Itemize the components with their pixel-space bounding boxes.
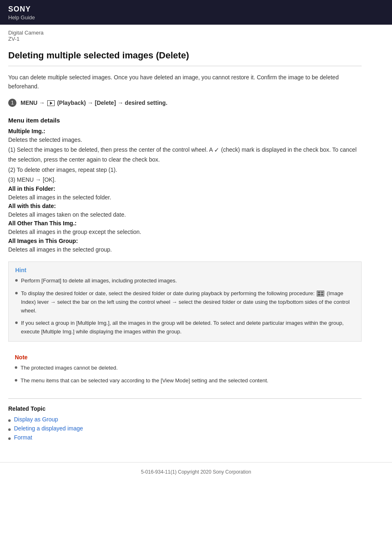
hint-box: Hint Perform [Format] to delete all imag… <box>8 261 362 342</box>
device-model: ZV-1 <box>8 36 19 42</box>
related-item-0[interactable]: Display as Group <box>8 416 362 423</box>
footer-text: 5-016-934-11(1) Copyright 2020 Sony Corp… <box>141 469 251 475</box>
step-menu-text: MENU → <box>21 99 46 106</box>
menu-item-all-group: All Images in This Group: Deletes all im… <box>8 238 362 254</box>
checkmark-icon: ✓ <box>214 145 219 155</box>
bullet-dot <box>8 428 11 431</box>
menu-item-desc-2-0: Deletes all images taken on the selected… <box>8 210 362 219</box>
hint-item-2: If you select a group in [Multiple Img.]… <box>15 319 355 336</box>
note-box: Note The protected images cannot be dele… <box>8 349 362 390</box>
hint-text-0: Perform [Format] to delete all images, i… <box>21 277 177 285</box>
related-item-1[interactable]: Deleting a displayed image <box>8 425 362 432</box>
menu-item-all-folder: All in this Folder: Deletes all images i… <box>8 185 362 202</box>
related-link-0[interactable]: Display as Group <box>14 416 58 423</box>
note-list: The protected images cannot be deleted. … <box>15 364 355 385</box>
bullet-dot <box>15 321 18 324</box>
hint-item-1: To display the desired folder or date, s… <box>15 289 355 315</box>
header: SONY Help Guide <box>0 0 392 25</box>
menu-item-all-date: All with this date: Deletes all images t… <box>8 203 362 219</box>
bullet-dot <box>15 379 17 382</box>
step-1: 1 MENU → (Playback) → [Delete] → desired… <box>8 99 362 107</box>
bullet-dot <box>15 279 18 282</box>
bullet-dot <box>15 366 17 369</box>
hint-text-2: If you select a group in [Multiple Img.]… <box>21 319 355 336</box>
step-number: 1 <box>8 99 16 107</box>
bullet-dot <box>15 292 18 294</box>
menu-item-title-1: All in this Folder: <box>8 185 362 192</box>
note-title: Note <box>15 354 355 361</box>
breadcrumb: Digital Camera ZV-1 <box>0 25 392 42</box>
help-guide-label: Help Guide <box>8 14 384 21</box>
note-text-0: The protected images cannot be deleted. <box>21 364 118 372</box>
step-arrow: → [Delete] → desired setting. <box>88 99 167 106</box>
related-link-2[interactable]: Format <box>14 434 32 441</box>
menu-item-desc-0-1: (1) Select the images to be deleted, the… <box>8 145 362 164</box>
related-topic-list: Display as Group Deleting a displayed im… <box>8 416 362 441</box>
menu-items-section: Menu item details Multiple Img.: Deletes… <box>8 117 362 254</box>
bullet-dot <box>8 419 11 422</box>
image-index-icon <box>317 291 324 296</box>
related-topic-heading: Related Topic <box>8 405 362 412</box>
hint-item-0: Perform [Format] to delete all images, i… <box>15 277 355 285</box>
related-topic-section: Related Topic Display as Group Deleting … <box>8 398 362 450</box>
hint-list: Perform [Format] to delete all images, i… <box>15 277 355 336</box>
menu-item-desc-0-3: (3) MENU → [OK]. <box>8 175 362 184</box>
device-type: Digital Camera <box>8 30 384 36</box>
step-instruction: MENU → (Playback) → [Delete] → desired s… <box>21 99 167 106</box>
hint-title: Hint <box>15 267 355 273</box>
related-item-2[interactable]: Format <box>8 434 362 441</box>
menu-item-title-4: All Images in This Group: <box>8 238 362 244</box>
note-text-1: The menu items that can be selected vary… <box>21 377 268 385</box>
playback-icon <box>47 100 55 106</box>
menu-item-desc-0-0: Deletes the selected images. <box>8 135 362 144</box>
main-content: Deleting multiple selected images (Delet… <box>0 42 370 458</box>
hint-text-1: To display the desired folder or date, s… <box>21 289 355 315</box>
menu-item-desc-4-0: Deletes all images in the selected group… <box>8 245 362 254</box>
menu-item-multiple-img: Multiple Img.: Deletes the selected imag… <box>8 128 362 185</box>
note-item-0: The protected images cannot be deleted. <box>15 364 355 372</box>
menu-items-heading: Menu item details <box>8 117 362 124</box>
related-link-1[interactable]: Deleting a displayed image <box>14 425 83 432</box>
step-playback-label: (Playback) <box>57 99 86 106</box>
menu-item-desc-0-2: (2) To delete other images, repeat step … <box>8 165 362 174</box>
bullet-dot <box>8 437 11 440</box>
sony-logo: SONY <box>8 5 384 14</box>
menu-item-all-other: All Other Than This Img.: Deletes all im… <box>8 220 362 236</box>
menu-item-title-3: All Other Than This Img.: <box>8 220 362 227</box>
note-item-1: The menu items that can be selected vary… <box>15 377 355 385</box>
intro-text: You can delete multiple selected images.… <box>8 73 362 91</box>
page-title: Deleting multiple selected images (Delet… <box>8 50 362 66</box>
footer: 5-016-934-11(1) Copyright 2020 Sony Corp… <box>0 462 392 481</box>
menu-item-desc-3-0: Deletes all images in the group except t… <box>8 227 362 236</box>
menu-item-title-2: All with this date: <box>8 203 362 209</box>
menu-item-title-0: Multiple Img.: <box>8 128 362 134</box>
menu-item-desc-1-0: Deletes all images in the selected folde… <box>8 193 362 202</box>
